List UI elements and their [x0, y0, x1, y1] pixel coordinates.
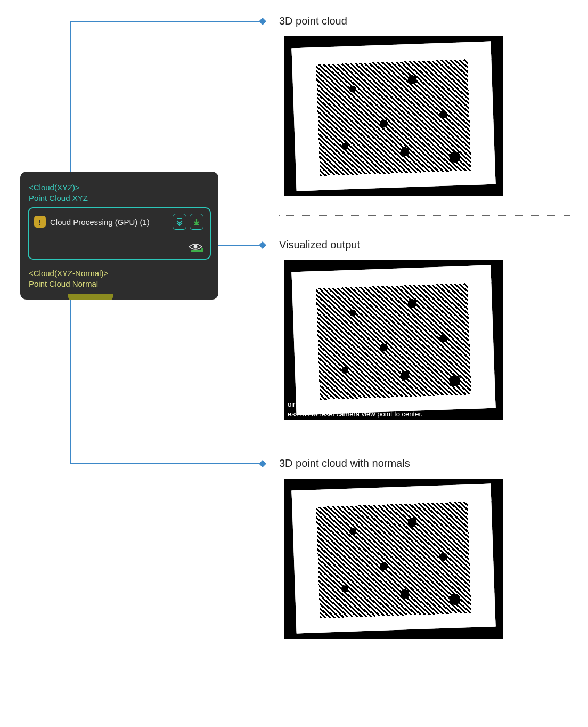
preview-visualized-output: oint count: 1952011 ess r/R to reset cam… [284, 260, 503, 420]
connector-endpoint [259, 241, 266, 249]
reset-hint-text: ess r/R to reset camera view point to ce… [288, 410, 423, 418]
divider [279, 215, 570, 216]
connector-endpoint [259, 18, 266, 25]
input-port-type: <Cloud(XYZ)> [29, 182, 210, 193]
point-count-text: oint count: 1952011 [288, 400, 348, 408]
warning-icon: ! [34, 216, 46, 228]
label-visualized-output: Visualized output [279, 239, 360, 251]
input-port[interactable]: <Cloud(XYZ)> Point Cloud XYZ [20, 172, 218, 207]
svg-rect-0 [177, 218, 182, 219]
output-port[interactable]: <Cloud(XYZ-Normal)> Point Cloud Normal [20, 265, 218, 300]
svg-point-2 [194, 245, 198, 249]
output-port-tab [68, 294, 113, 300]
download-icon[interactable] [190, 214, 203, 230]
preview-eye-icon[interactable] [187, 241, 203, 253]
label-3d-point-cloud: 3D point cloud [279, 15, 347, 27]
label-3d-point-cloud-normals: 3D point cloud with normals [279, 457, 410, 470]
input-port-label: Point Cloud XYZ [29, 193, 210, 204]
svg-rect-1 [194, 224, 199, 225]
expand-down-icon[interactable] [173, 214, 186, 230]
node-card[interactable]: <Cloud(XYZ)> Point Cloud XYZ ! Cloud Pro… [20, 172, 218, 300]
node-body[interactable]: ! Cloud Processing (GPU) (1) [28, 207, 211, 260]
output-port-label: Point Cloud Normal [29, 279, 210, 289]
preview-3d-point-cloud [284, 36, 503, 196]
node-title: Cloud Processing (GPU) (1) [50, 217, 168, 227]
output-port-type: <Cloud(XYZ-Normal)> [29, 268, 210, 279]
connector-endpoint [259, 460, 266, 467]
preview-3d-point-cloud-normals [284, 479, 503, 639]
